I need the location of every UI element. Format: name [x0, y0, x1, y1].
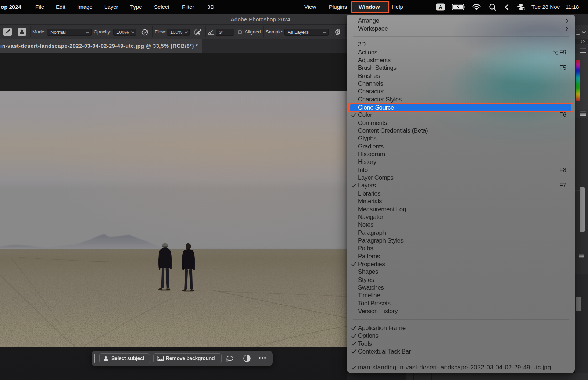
svg-text:A: A	[438, 4, 442, 10]
